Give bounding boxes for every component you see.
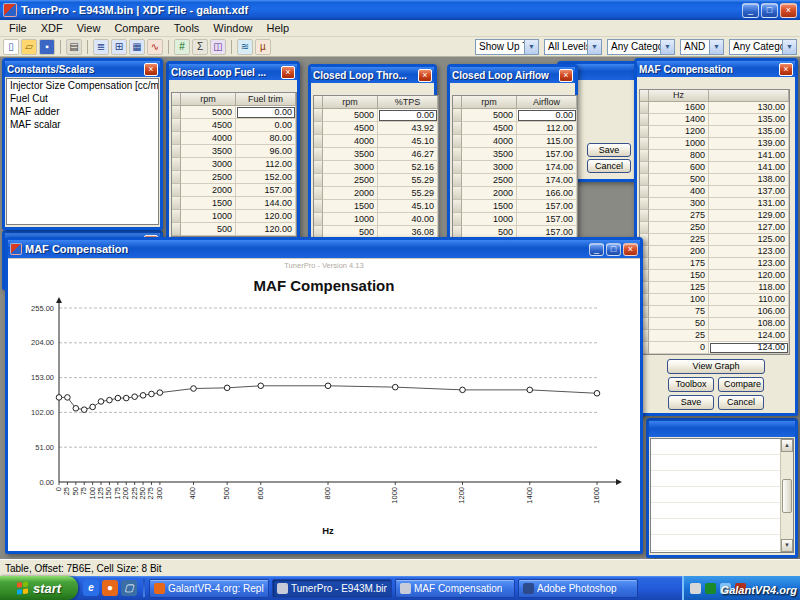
close-icon[interactable]: × xyxy=(623,243,638,256)
category-filter-2-dropdown[interactable]: Any Categor ▼ xyxy=(729,39,797,55)
compare-bins-icon[interactable]: ◫ xyxy=(210,39,226,55)
emulate-icon[interactable]: µ xyxy=(255,39,271,55)
table-cell[interactable]: 4500 xyxy=(462,122,517,135)
table-cell[interactable]: 43.92 xyxy=(378,122,438,135)
table-cell[interactable]: 127.00 xyxy=(709,222,789,234)
table-cell[interactable]: 1000 xyxy=(462,213,517,226)
table-cell[interactable]: 144.00 xyxy=(236,197,296,210)
table-cell[interactable]: 3000 xyxy=(323,161,378,174)
table-cell[interactable]: 157.00 xyxy=(517,148,577,161)
grid-view-icon[interactable]: ▦ xyxy=(129,39,145,55)
table-cell[interactable]: 96.00 xyxy=(236,145,296,158)
taskbar-task-button[interactable]: GalantVR-4.org: Repl... xyxy=(149,579,269,598)
table-cell[interactable]: 106.00 xyxy=(709,306,789,318)
table-cell[interactable]: 2500 xyxy=(462,174,517,187)
acquire-data-icon[interactable]: ≋ xyxy=(237,39,253,55)
app-titlebar[interactable]: TunerPro - E943M.bin | XDF File - galant… xyxy=(0,0,800,20)
taskbar-task-button[interactable]: TunerPro - E943M.bin... xyxy=(272,579,392,598)
and-or-dropdown[interactable]: AND ▼ xyxy=(680,39,724,55)
restore-icon[interactable]: □ xyxy=(761,3,778,18)
table-cell[interactable]: 55.29 xyxy=(378,174,438,187)
view-graph-button[interactable]: View Graph xyxy=(667,359,765,374)
toolbox-button[interactable]: Toolbox xyxy=(668,377,714,392)
table-cell[interactable]: 137.00 xyxy=(709,186,789,198)
table-cell[interactable]: 120.00 xyxy=(236,210,296,223)
constant-list-item[interactable]: Injector Size Compensation [cc/min] xyxy=(7,79,158,92)
table-cell[interactable]: 0.00 xyxy=(378,109,438,122)
table-cell[interactable]: 124.00 xyxy=(709,342,789,354)
table-cell[interactable]: 174.00 xyxy=(517,161,577,174)
table-cell[interactable]: 3500 xyxy=(323,148,378,161)
table-cell[interactable]: 80.00 xyxy=(236,132,296,145)
table-cell[interactable]: 129.00 xyxy=(709,210,789,222)
ie-quicklaunch-icon[interactable]: e xyxy=(83,580,99,596)
table-cell[interactable]: 125.00 xyxy=(709,234,789,246)
close-icon[interactable]: × xyxy=(418,69,432,82)
table-cell[interactable]: 131.00 xyxy=(709,198,789,210)
list-view-icon[interactable]: ≣ xyxy=(93,39,109,55)
table-cell[interactable]: 1000 xyxy=(323,213,378,226)
table-cell[interactable]: 1500 xyxy=(462,200,517,213)
table-cell[interactable]: 5000 xyxy=(181,106,236,119)
table-cell[interactable]: 1000 xyxy=(181,210,236,223)
open-folder-icon[interactable]: ▱ xyxy=(21,39,37,55)
taskbar-task-button[interactable]: MAF Compensation xyxy=(395,579,515,598)
table-cell[interactable]: 46.27 xyxy=(378,148,438,161)
close-icon[interactable]: × xyxy=(780,3,797,18)
cancel-button[interactable]: Cancel xyxy=(587,159,631,173)
table-cell[interactable]: 3500 xyxy=(181,145,236,158)
levels-dropdown[interactable]: All Levels ▼ xyxy=(544,39,602,55)
table-cell[interactable]: 2500 xyxy=(181,171,236,184)
table-cell[interactable]: 152.00 xyxy=(236,171,296,184)
taskbar-task-button[interactable]: Adobe Photoshop xyxy=(518,579,638,598)
minimize-icon[interactable]: _ xyxy=(589,243,604,256)
menu-item[interactable]: Tools xyxy=(167,21,207,35)
chevron-down-icon[interactable]: ▼ xyxy=(660,40,674,54)
table-cell[interactable]: 1500 xyxy=(323,200,378,213)
menu-item[interactable]: Help xyxy=(259,21,296,35)
table-cell[interactable]: 0.00 xyxy=(236,119,296,132)
table-cell[interactable]: 1600 xyxy=(649,102,709,114)
constant-list-item[interactable]: Fuel Cut xyxy=(7,92,158,105)
table-cell[interactable]: 5000 xyxy=(462,109,517,122)
table-cell[interactable]: 3000 xyxy=(181,158,236,171)
table-cell[interactable]: 4000 xyxy=(462,135,517,148)
menu-item[interactable]: XDF xyxy=(34,21,70,35)
table-cell[interactable]: 300 xyxy=(649,198,709,210)
cancel-button[interactable]: Cancel xyxy=(718,395,764,410)
menu-item[interactable]: Window xyxy=(206,21,259,35)
table-cell[interactable]: 40.00 xyxy=(378,213,438,226)
category-filter-dropdown[interactable]: Any Categor ▼ xyxy=(607,39,675,55)
close-icon[interactable]: × xyxy=(779,63,793,76)
table-cell[interactable]: 100 xyxy=(649,294,709,306)
vertical-scrollbar[interactable]: ▲ ▼ xyxy=(780,439,793,552)
firefox-quicklaunch-icon[interactable]: ● xyxy=(102,580,118,596)
table-cell[interactable]: 157.00 xyxy=(517,200,577,213)
table-cell[interactable]: 120.00 xyxy=(236,223,296,236)
table-cell[interactable]: 124.00 xyxy=(709,330,789,342)
table-cell[interactable]: 250 xyxy=(649,222,709,234)
table-cell[interactable]: 4500 xyxy=(181,119,236,132)
constant-list-item[interactable]: MAF adder xyxy=(7,105,158,118)
print-icon[interactable]: ▤ xyxy=(66,39,82,55)
close-icon[interactable]: × xyxy=(281,66,295,79)
table-cell[interactable]: 3500 xyxy=(462,148,517,161)
save-button[interactable]: Save xyxy=(587,143,631,157)
table-cell[interactable]: 75 xyxy=(649,306,709,318)
table-cell[interactable]: 800 xyxy=(649,150,709,162)
table-cell[interactable]: 135.00 xyxy=(709,114,789,126)
maf-table-titlebar[interactable]: MAF Compensation × xyxy=(637,61,795,77)
table-cell[interactable]: 25 xyxy=(649,330,709,342)
constants-scalars-titlebar[interactable]: Constants/Scalars × xyxy=(5,61,160,77)
table-cell[interactable]: 500 xyxy=(181,223,236,236)
graph-view-icon[interactable]: ∿ xyxy=(147,39,163,55)
table-cell[interactable]: 1000 xyxy=(649,138,709,150)
table-cell[interactable]: 0.00 xyxy=(517,109,577,122)
menu-item[interactable]: Compare xyxy=(107,21,166,35)
table-cell[interactable]: 138.00 xyxy=(709,174,789,186)
table-cell[interactable]: 400 xyxy=(649,186,709,198)
scrollbar-thumb[interactable] xyxy=(782,479,792,513)
table-cell[interactable]: 130.00 xyxy=(709,102,789,114)
table-cell[interactable]: 600 xyxy=(649,162,709,174)
table-cell[interactable]: 2000 xyxy=(323,187,378,200)
